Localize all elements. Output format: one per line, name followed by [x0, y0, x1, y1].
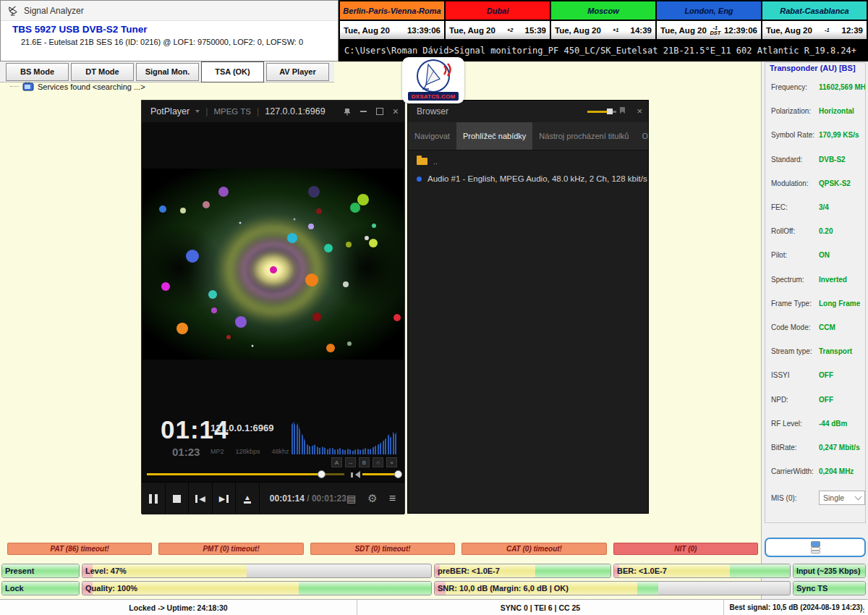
- visualization-particles: [142, 169, 404, 360]
- chevron-down-icon[interactable]: [195, 110, 200, 115]
- app-window-header: Signal Analyzer TBS 5927 USB DVB-S2 Tune…: [0, 0, 339, 62]
- eject-button[interactable]: ▲: [236, 483, 260, 514]
- browser-titlebar[interactable]: Browser ×: [408, 101, 648, 122]
- tuner-details: 21.6E - Eutelsat 21B SES 16 (ID: 0216) @…: [12, 38, 338, 46]
- pause-icon: [149, 494, 152, 504]
- services-tree-item[interactable]: Services found <searching ...>: [10, 82, 145, 91]
- previous-button[interactable]: ◀: [189, 483, 213, 514]
- stream-url: 127.0.0.1:6969: [265, 106, 325, 116]
- quality-bar: Quality: 100%: [82, 581, 432, 595]
- services-label: Services found <searching ...>: [38, 82, 145, 91]
- pin-icon[interactable]: [618, 106, 626, 116]
- carrier-width-value: 0,204 MHz: [819, 467, 854, 475]
- codec-samplerate: 48khz: [272, 448, 289, 455]
- slider-thumb[interactable]: [607, 109, 613, 114]
- seek-bar[interactable]: [147, 473, 344, 475]
- symbol-rate-value: 170,99 KS/s: [819, 131, 859, 139]
- stream-type-value: Transport: [819, 347, 852, 355]
- prev-track-icon: ◀: [195, 495, 205, 503]
- maximize-icon[interactable]: [376, 108, 383, 115]
- frequency-value: 11602,569 MHz: [819, 83, 866, 91]
- lock-indicator: Lock: [1, 581, 80, 595]
- clock-city: Rabat-Casablanca: [762, 1, 867, 20]
- dxsatcs-logo-graphic: [402, 57, 464, 93]
- seek-time-display: 00:01:14 / 00:01:23: [270, 493, 346, 504]
- transponder-box: Transponder (AU) [BS] Frequency:11602,56…: [765, 62, 866, 523]
- next-button[interactable]: ▶: [213, 483, 237, 514]
- sdt-status: SDT (0) timeout!: [310, 543, 455, 555]
- minimize-icon[interactable]: [360, 111, 367, 112]
- settings-gear-icon[interactable]: ⚙: [367, 492, 377, 505]
- audio-dot-icon: [417, 177, 422, 182]
- tuner-name: TBS 5927 USB DVB-S2 Tuner: [12, 24, 338, 35]
- playlist-icon[interactable]: ▤: [346, 493, 356, 504]
- dxsatcs-logo-text: DXSATCS.COM: [408, 92, 459, 101]
- clock-city: Berlin-Paris-Vienna-Roma: [340, 1, 446, 20]
- close-icon[interactable]: ×: [393, 107, 399, 116]
- pin-icon[interactable]: [344, 108, 351, 116]
- tsa-button[interactable]: TSA (OK): [201, 62, 264, 82]
- codec-bitrate: 128kbps: [236, 448, 260, 455]
- seek-thumb[interactable]: [318, 470, 326, 478]
- transponder-title: Transponder (AU) [BS]: [765, 63, 865, 72]
- audio-track-item[interactable]: Audio #1 - English, MPEG Audio, 48.0 kHz…: [408, 169, 648, 189]
- seek-row: [142, 466, 404, 482]
- potplayer-titlebar[interactable]: PotPlayer | MPEG TS | 127.0.0.1:6969 ×: [142, 101, 404, 122]
- volume-thumb[interactable]: [394, 470, 402, 478]
- pilot-value: ON: [819, 251, 830, 259]
- folder-up-item[interactable]: ..: [408, 150, 648, 169]
- status-best-signal: Best signal: 10,5 dB (2024-08-19 14:23): [724, 600, 868, 615]
- clock-city: Dubai: [446, 1, 551, 20]
- chevron-down-icon: [855, 493, 862, 501]
- codec-name: MP2: [210, 448, 224, 455]
- clock-time: Tue, Aug 20 13:39:06: [340, 21, 446, 39]
- rolloff-value: 0.20: [819, 227, 833, 235]
- transponder-panel: Transponder (AU) [BS] Frequency:11602,56…: [761, 62, 868, 599]
- pmt-status: PMT (0) timeout!: [158, 543, 303, 555]
- psi-status-row: PAT (86) timeout! PMT (0) timeout! SDT (…: [7, 543, 758, 555]
- browser-tab-bar: Navigovat Prohlížeč nabídky Nástroj proc…: [408, 122, 648, 150]
- npd-value: OFF: [819, 396, 833, 404]
- audio-spectrum-visualizer: [292, 420, 397, 454]
- volume-bar[interactable]: [362, 473, 399, 475]
- resize-grip[interactable]: [859, 606, 867, 614]
- pause-button[interactable]: [142, 483, 166, 514]
- polarization-value: Horizontal: [819, 107, 854, 115]
- codec-info: MP2 128kbps 48khz: [210, 448, 289, 455]
- signal-mon-button[interactable]: Signal Mon.: [136, 63, 199, 81]
- tab-nastroj-prochazeni-titulku[interactable]: Nástroj procházení titulků: [532, 122, 635, 150]
- tab-online[interactable]: Online :: [635, 122, 648, 150]
- ts-record-button[interactable]: [765, 538, 866, 557]
- stop-button[interactable]: [166, 483, 190, 514]
- av-player-button[interactable]: AV Player: [266, 63, 329, 81]
- stop-icon: [173, 495, 181, 503]
- code-mode-value: CCM: [819, 323, 835, 331]
- tab-navigovat[interactable]: Navigovat: [408, 122, 456, 150]
- close-icon[interactable]: ×: [637, 106, 642, 116]
- snr-bar: SNR: 10,0 dB (Margin: 6,0 dB | OK): [434, 581, 791, 595]
- clock-time: Tue, Aug 20 -1 12:39: [762, 21, 867, 39]
- window-title: Signal Analyzer: [24, 6, 84, 16]
- dt-mode-button[interactable]: DT Mode: [71, 63, 134, 81]
- clock-city: Moscow: [551, 1, 657, 20]
- folder-up-label: ..: [433, 157, 438, 166]
- bitrate-value: 0,247 Mbit/s: [819, 444, 860, 451]
- tv-icon: [22, 82, 34, 91]
- input-indicator: Input (~235 Kbps): [793, 564, 866, 578]
- bs-mode-button[interactable]: BS Mode: [6, 63, 69, 81]
- modulation-value: QPSK-S2: [819, 179, 851, 187]
- tab-prohlizec-nabidky[interactable]: Prohlížeč nabídky: [456, 122, 532, 150]
- potplayer-info-area: 01:14 01:23 127.0.0.1:6969 MP2 128kbps 4…: [142, 417, 404, 466]
- video-visualization: [142, 169, 404, 360]
- mis-dropdown[interactable]: Single: [819, 491, 865, 505]
- folder-icon: [417, 158, 427, 165]
- playback-time-total: 01:23: [172, 446, 200, 458]
- speaker-icon[interactable]: [351, 471, 360, 478]
- eject-icon: ▲: [244, 494, 251, 504]
- standard-value: DVB-S2: [819, 156, 846, 164]
- tree-connector: [10, 86, 19, 87]
- level-bar: Level: 47%: [82, 564, 432, 578]
- opacity-slider[interactable]: [587, 111, 616, 113]
- menu-icon[interactable]: ≡: [389, 492, 396, 505]
- browser-title: Browser: [417, 106, 448, 116]
